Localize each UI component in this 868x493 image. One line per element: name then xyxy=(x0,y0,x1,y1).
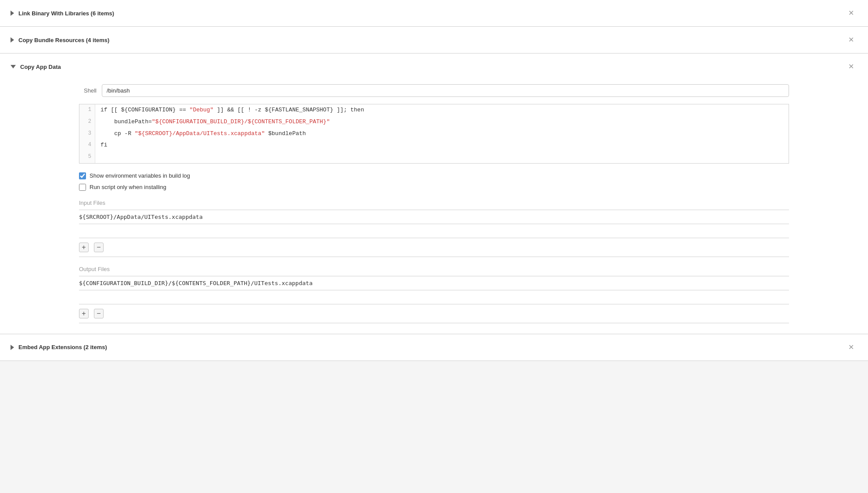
input-files-add-remove-row: + − xyxy=(79,238,789,257)
copy-app-data-title: Copy App Data xyxy=(20,64,61,70)
embed-app-header[interactable]: Embed App Extensions (2 items) ✕ xyxy=(0,334,868,361)
show-env-label: Show environment variables in build log xyxy=(90,172,190,179)
input-files-add-button[interactable]: + xyxy=(79,243,89,252)
code-line-3: 3 cp -R "${SRCROOT}/AppData/UITests.xcap… xyxy=(79,128,789,140)
copy-bundle-header[interactable]: Copy Bundle Resources (4 items) ✕ xyxy=(0,27,868,53)
output-files-label: Output Files xyxy=(79,266,789,272)
code-line-5: 5 xyxy=(79,151,789,163)
embed-app-title: Embed App Extensions (2 items) xyxy=(18,344,107,350)
copy-app-data-header[interactable]: Copy App Data ✕ xyxy=(0,54,868,77)
show-env-checkbox[interactable] xyxy=(79,172,86,179)
line-num-5: 5 xyxy=(79,151,95,163)
show-env-checkbox-row: Show environment variables in build log xyxy=(79,172,789,179)
copy-bundle-title: Copy Bundle Resources (4 items) xyxy=(18,37,109,43)
shell-label: Shell xyxy=(79,87,97,94)
input-files-remove-button[interactable]: − xyxy=(94,243,104,252)
run-install-checkbox-row: Run script only when installing xyxy=(79,184,789,191)
copy-bundle-close-button[interactable]: ✕ xyxy=(845,35,857,45)
input-files-section: Input Files + − xyxy=(79,200,789,257)
run-install-label: Run script only when installing xyxy=(90,184,166,190)
code-line-1: 1 if [[ ${CONFIGURATION} == "Debug" ]] &… xyxy=(79,104,789,116)
copy-app-data-collapse-icon[interactable] xyxy=(11,65,16,68)
output-files-remove-button[interactable]: − xyxy=(94,309,104,318)
copy-app-data-content: Shell 1 if [[ ${CONFIGURATION} == "Debug… xyxy=(0,77,868,334)
run-install-checkbox[interactable] xyxy=(79,184,86,191)
output-files-empty-row xyxy=(79,290,789,304)
output-files-input[interactable] xyxy=(79,276,789,290)
embed-app-collapse-icon[interactable] xyxy=(11,345,14,350)
copy-app-data-header-left: Copy App Data xyxy=(11,64,61,70)
output-files-section: Output Files + − xyxy=(79,266,789,323)
link-binary-header[interactable]: Link Binary With Libraries (6 items) ✕ xyxy=(0,0,868,26)
copy-app-data-close-button[interactable]: ✕ xyxy=(845,61,857,72)
code-string-3: "${SRCROOT}/AppData/UITests.xcappdata" xyxy=(135,130,265,137)
code-string-2: "${CONFIGURATION_BUILD_DIR}/${CONTENTS_F… xyxy=(152,118,330,125)
line-num-4: 4 xyxy=(79,139,95,151)
code-string-1: "Debug" xyxy=(190,107,214,113)
line-num-1: 1 xyxy=(79,104,95,116)
embed-app-close-button[interactable]: ✕ xyxy=(845,342,857,353)
link-binary-title: Link Binary With Libraries (6 items) xyxy=(18,10,114,17)
code-line-4: 4 fi xyxy=(79,139,789,151)
copy-bundle-header-left: Copy Bundle Resources (4 items) xyxy=(11,37,109,43)
shell-input[interactable] xyxy=(102,84,789,97)
code-line-2: 2 bundlePath="${CONFIGURATION_BUILD_DIR}… xyxy=(79,116,789,128)
line-num-3: 3 xyxy=(79,128,95,140)
link-binary-close-button[interactable]: ✕ xyxy=(845,8,857,18)
input-files-empty-row xyxy=(79,224,789,238)
script-code-block[interactable]: 1 if [[ ${CONFIGURATION} == "Debug" ]] &… xyxy=(79,104,789,164)
embed-app-section: Embed App Extensions (2 items) ✕ xyxy=(0,334,868,361)
link-binary-section: Link Binary With Libraries (6 items) ✕ xyxy=(0,0,868,27)
shell-row: Shell xyxy=(79,84,789,97)
output-files-add-button[interactable]: + xyxy=(79,309,89,318)
line-content-5 xyxy=(95,151,109,163)
line-content-1: if [[ ${CONFIGURATION} == "Debug" ]] && … xyxy=(95,104,369,116)
link-binary-collapse-icon[interactable] xyxy=(11,11,14,16)
copy-bundle-section: Copy Bundle Resources (4 items) ✕ xyxy=(0,27,868,54)
line-num-2: 2 xyxy=(79,116,95,128)
embed-app-header-left: Embed App Extensions (2 items) xyxy=(11,344,107,350)
line-content-3: cp -R "${SRCROOT}/AppData/UITests.xcappd… xyxy=(95,128,311,140)
build-phases-panel: Link Binary With Libraries (6 items) ✕ C… xyxy=(0,0,868,361)
line-content-2: bundlePath="${CONFIGURATION_BUILD_DIR}/$… xyxy=(95,116,335,128)
line-content-4: fi xyxy=(95,139,113,151)
copy-app-data-section: Copy App Data ✕ Shell 1 if [[ ${CONFIGUR… xyxy=(0,54,868,334)
copy-bundle-collapse-icon[interactable] xyxy=(11,37,14,43)
input-files-input[interactable] xyxy=(79,210,789,224)
input-files-label: Input Files xyxy=(79,200,789,206)
output-files-add-remove-row: + − xyxy=(79,304,789,323)
link-binary-header-left: Link Binary With Libraries (6 items) xyxy=(11,10,114,17)
